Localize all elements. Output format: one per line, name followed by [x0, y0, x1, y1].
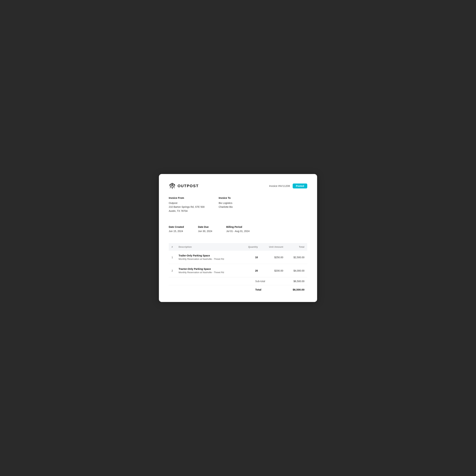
col-header-total: Total: [286, 243, 307, 251]
invoice-to-label: Invoice To: [219, 197, 233, 199]
date-due-value: Jun 30, 2024: [198, 230, 212, 233]
table-header-row: # Description Quantity Unit Amount Total: [169, 243, 307, 251]
invoice-number: Invoice INV11208: [269, 184, 290, 187]
row2-qty-value: 20: [255, 269, 258, 272]
billing-period-value: Jul 01 - Aug 01, 2024: [226, 230, 249, 233]
row2-quantity: 20: [241, 264, 261, 277]
to-contact: Charlotte Bix: [219, 205, 233, 209]
subtotal-value: $6,500.00: [283, 280, 305, 283]
date-due-block: Date Due Jun 30, 2024: [198, 225, 212, 233]
row1-num: 1: [169, 251, 176, 264]
invoice-from-label: Invoice From: [169, 197, 204, 199]
address-section: Invoice From Outpost 210 Barton Springs …: [169, 197, 307, 219]
table-body: 1 Trailer-Only Parking Space Monthly Res…: [169, 251, 307, 277]
from-address2: Austin, TX 78704: [169, 209, 204, 213]
subtotal-row: Sub-total $6,500.00: [169, 277, 307, 285]
logo-text: OUTPOST: [178, 184, 199, 188]
col-header-num: #: [169, 243, 176, 251]
row1-qty-value: 10: [255, 256, 258, 259]
row1-total: $2,500.00: [286, 251, 307, 264]
row2-unit-amount: $200.00: [261, 264, 286, 277]
total-label: Total: [255, 288, 283, 291]
row1-quantity: 10: [241, 251, 261, 264]
row2-num: 2: [169, 264, 176, 277]
invoice-to-value: Bix Logistics Charlotte Bix: [219, 201, 233, 209]
date-created-label: Date Created: [169, 225, 184, 228]
invoice-from-value: Outpost 210 Barton Springs Rd, STE 500 A…: [169, 201, 204, 213]
row1-item-name: Trailer-Only Parking Space: [179, 254, 238, 257]
table-header: # Description Quantity Unit Amount Total: [169, 243, 307, 251]
col-header-quantity: Quantity: [241, 243, 261, 251]
to-company: Bix Logistics: [219, 201, 233, 205]
total-value: $6,500.00: [283, 288, 305, 291]
header-right: Invoice INV11208 Posted: [269, 184, 307, 188]
invoice-card: OUTPOST Invoice INV11208 Posted Invoice …: [159, 174, 317, 302]
summary-section: Sub-total $6,500.00 Total $6,500.00: [169, 277, 307, 293]
total-row: Total $6,500.00: [169, 285, 307, 293]
date-due-label: Date Due: [198, 225, 212, 228]
invoice-table: # Description Quantity Unit Amount Total…: [169, 243, 307, 277]
logo-area: OUTPOST: [169, 183, 199, 189]
date-created-value: Jun 15, 2024: [169, 230, 184, 233]
status-badge: Posted: [293, 184, 307, 188]
date-created-block: Date Created Jun 15, 2024: [169, 225, 184, 233]
row2-item-name: Tractor-Only Parking Space: [179, 268, 238, 270]
invoice-from-block: Invoice From Outpost 210 Barton Springs …: [169, 197, 204, 213]
col-header-unit-amount: Unit Amount: [261, 243, 286, 251]
invoice-header: OUTPOST Invoice INV11208 Posted: [169, 183, 307, 189]
row2-item-desc: Monthly Reservation at Nashville - Three…: [179, 271, 238, 274]
from-address1: 210 Barton Springs Rd, STE 500: [169, 205, 204, 209]
date-section: Date Created Jun 15, 2024 Date Due Jun 3…: [169, 225, 307, 237]
table-row: 1 Trailer-Only Parking Space Monthly Res…: [169, 251, 307, 264]
row2-total: $4,000.00: [286, 264, 307, 277]
billing-period-block: Billing Period Jul 01 - Aug 01, 2024: [226, 225, 249, 233]
row1-description: Trailer-Only Parking Space Monthly Reser…: [176, 251, 241, 264]
col-header-description: Description: [176, 243, 241, 251]
from-company: Outpost: [169, 201, 204, 205]
table-row: 2 Tractor-Only Parking Space Monthly Res…: [169, 264, 307, 277]
invoice-to-block: Invoice To Bix Logistics Charlotte Bix: [219, 197, 233, 213]
page-wrapper: OUTPOST Invoice INV11208 Posted Invoice …: [0, 0, 476, 476]
row1-item-desc: Monthly Reservation at Nashville - Three…: [179, 258, 238, 260]
row2-description: Tractor-Only Parking Space Monthly Reser…: [176, 264, 241, 277]
subtotal-label: Sub-total: [255, 280, 283, 283]
outpost-logo-icon: [169, 183, 176, 189]
billing-period-label: Billing Period: [226, 225, 249, 228]
row1-unit-amount: $250.00: [261, 251, 286, 264]
